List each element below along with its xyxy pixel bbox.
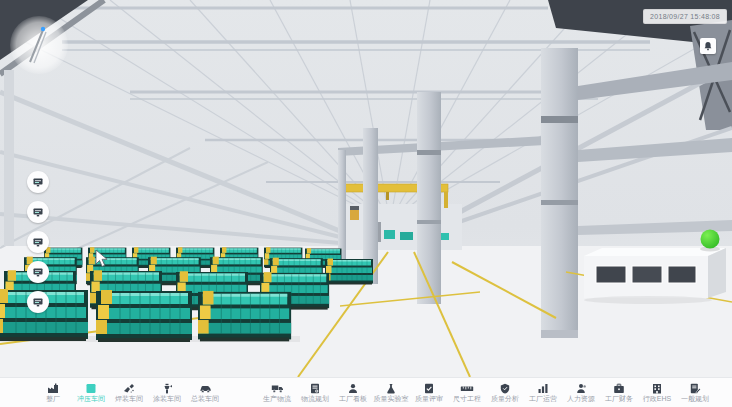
painting-icon — [161, 383, 173, 394]
module-logistics-planning[interactable]: 物流规划 — [296, 383, 334, 403]
module-label: 生产物流 — [263, 395, 291, 403]
notification-button[interactable] — [700, 38, 716, 54]
module-quality-lab[interactable]: 质量实验室 — [372, 383, 410, 403]
tab-assembly-workshop[interactable]: 总装车间 — [186, 383, 224, 403]
module-admin-ehs[interactable]: 行政EHS — [638, 383, 676, 403]
office-cabin — [584, 248, 726, 304]
truck-icon — [271, 383, 284, 394]
factory-scene — [0, 0, 732, 377]
module-factory-finance[interactable]: 工厂财务 — [600, 383, 638, 403]
workshop-nav: 整厂 冲压车间 焊装车间 — [34, 383, 224, 403]
viewport-3d[interactable] — [0, 0, 732, 377]
assembly-icon — [199, 383, 212, 394]
route-doc-icon — [309, 383, 321, 394]
tab-label: 冲压车间 — [77, 395, 105, 403]
module-nav: 生产物流 物流规划 工厂看板 — [258, 383, 714, 403]
bar-chart-icon — [537, 383, 549, 394]
dashboard-panel-icon — [32, 206, 44, 218]
tab-label: 总装车间 — [191, 395, 219, 403]
module-label: 工厂运营 — [529, 395, 557, 403]
dashboard-button-5[interactable] — [27, 291, 49, 313]
module-general-planning[interactable]: 一般规划 — [676, 383, 714, 403]
tab-stamping-workshop[interactable]: 冲压车间 — [72, 383, 110, 403]
doc-pencil-icon — [689, 383, 701, 394]
module-human-resources[interactable]: 人力资源 — [562, 383, 600, 403]
person-board-icon — [347, 383, 359, 394]
module-factory-operations[interactable]: 工厂运营 — [524, 383, 562, 403]
flask-icon — [385, 383, 397, 394]
dashboard-panel-icon — [32, 236, 44, 248]
compass-needle-icon — [10, 16, 68, 74]
dashboard-button-2[interactable] — [27, 201, 49, 223]
dashboard-panel-icon — [32, 176, 44, 188]
tab-label: 涂装车间 — [153, 395, 181, 403]
module-quality-analysis[interactable]: 质量分析 — [486, 383, 524, 403]
dashboard-button-1[interactable] — [27, 171, 49, 193]
dashboard-button-4[interactable] — [27, 261, 49, 283]
module-quality-review[interactable]: 质量评审 — [410, 383, 448, 403]
dashboard-button-3[interactable] — [27, 231, 49, 253]
bell-icon — [703, 41, 713, 51]
timestamp: 2018/09/27 15:48:08 — [643, 9, 727, 24]
tab-label: 焊装车间 — [115, 395, 143, 403]
ruler-icon — [460, 383, 474, 394]
module-production-logistics[interactable]: 生产物流 — [258, 383, 296, 403]
module-label: 工厂财务 — [605, 395, 633, 403]
building-grid-icon — [651, 383, 663, 394]
module-label: 工厂看板 — [339, 395, 367, 403]
far-wall — [344, 204, 462, 250]
factory-icon — [47, 383, 59, 394]
module-label: 质量分析 — [491, 395, 519, 403]
workshop-active-icon — [85, 383, 97, 394]
module-label: 质量实验室 — [374, 395, 409, 403]
briefcase-icon — [613, 383, 625, 394]
module-label: 质量评审 — [415, 395, 443, 403]
module-label: 尺寸工程 — [453, 395, 481, 403]
tab-painting-workshop[interactable]: 涂装车间 — [148, 383, 186, 403]
module-label: 物流规划 — [301, 395, 329, 403]
module-label: 一般规划 — [681, 395, 709, 403]
welding-icon — [123, 383, 135, 394]
doc-check-icon — [423, 383, 435, 394]
tab-welding-workshop[interactable]: 焊装车间 — [110, 383, 148, 403]
bottom-toolbar: 整厂 冲压车间 焊装车间 — [0, 377, 732, 407]
person-icon — [575, 383, 587, 394]
digital-factory-app: 2018/09/27 15:48:08 — [0, 0, 732, 407]
tab-whole-factory[interactable]: 整厂 — [34, 383, 72, 403]
status-sphere — [700, 230, 720, 252]
tab-label: 整厂 — [46, 395, 60, 403]
dashboard-panel-icon — [32, 266, 44, 278]
shield-icon — [499, 383, 511, 394]
compass-widget[interactable] — [10, 16, 68, 74]
module-label: 人力资源 — [567, 395, 595, 403]
module-factory-kanban[interactable]: 工厂看板 — [334, 383, 372, 403]
dashboard-panel-icon — [32, 296, 44, 308]
module-dimensional-engineering[interactable]: 尺寸工程 — [448, 383, 486, 403]
module-label: 行政EHS — [643, 395, 671, 403]
